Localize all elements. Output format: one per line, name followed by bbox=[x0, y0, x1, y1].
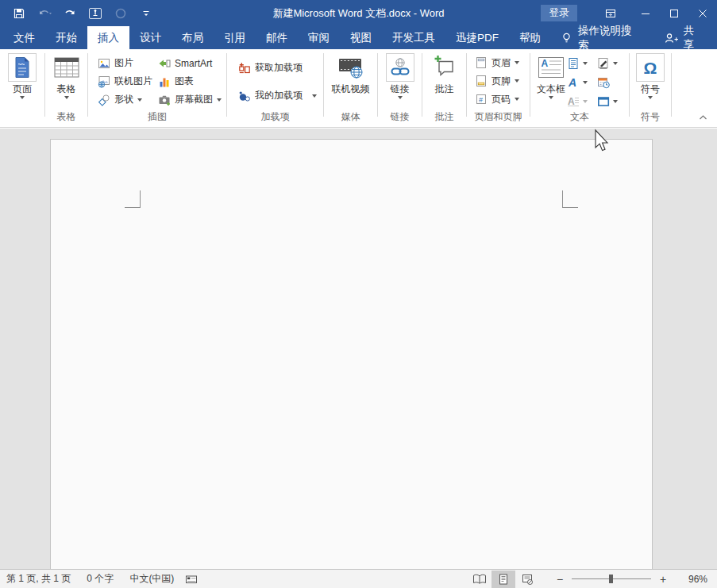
minimize-button[interactable] bbox=[631, 0, 660, 26]
group-label-illustrations: 插图 bbox=[88, 110, 226, 124]
my-addins-icon bbox=[238, 90, 251, 102]
svg-text:A: A bbox=[568, 76, 576, 89]
footer-button[interactable]: 页脚 bbox=[475, 72, 519, 90]
tab-insert[interactable]: 插入 bbox=[87, 26, 129, 49]
print-layout-button[interactable] bbox=[491, 571, 515, 588]
chevron-up-icon bbox=[699, 114, 707, 121]
macro-record-icon bbox=[185, 573, 198, 586]
dropdown-arrow-icon bbox=[613, 62, 618, 65]
tab-design[interactable]: 设计 bbox=[129, 26, 172, 49]
screenshot-button[interactable]: 屏幕截图 bbox=[158, 90, 222, 109]
group-links: 链接 链接 bbox=[378, 49, 422, 127]
header-label: 页眉 bbox=[491, 56, 511, 70]
tab-file[interactable]: 文件 bbox=[3, 26, 45, 49]
save-button[interactable] bbox=[11, 5, 27, 22]
footer-icon bbox=[475, 75, 488, 87]
table-button[interactable]: 表格 bbox=[45, 53, 87, 99]
shapes-button[interactable]: 形状 bbox=[98, 90, 152, 109]
my-addins-label: 我的加载项 bbox=[255, 89, 303, 102]
text-box-button[interactable]: A 文本框 bbox=[534, 53, 569, 99]
header-icon bbox=[475, 56, 488, 69]
dropdown-arrow-icon bbox=[64, 96, 69, 99]
comment-button[interactable]: 批注 bbox=[422, 53, 466, 94]
symbol-button[interactable]: Ω 符号 bbox=[630, 53, 671, 99]
zoom-slider-thumb[interactable] bbox=[609, 575, 613, 583]
tab-xunjie-pdf[interactable]: 迅捷PDF bbox=[445, 26, 509, 49]
maximize-button[interactable] bbox=[660, 0, 688, 26]
group-illustrations: 图片 联机图片 形状 SmartArt bbox=[88, 49, 227, 127]
redo-button[interactable] bbox=[62, 5, 78, 22]
dropdown-arrow-icon bbox=[137, 98, 142, 102]
zoom-out-button[interactable]: − bbox=[553, 573, 566, 586]
page-number-button[interactable]: # 页码 bbox=[475, 90, 519, 108]
dropdown-arrow-icon bbox=[583, 81, 588, 84]
tab-home[interactable]: 开始 bbox=[45, 26, 87, 49]
store-icon bbox=[238, 62, 251, 75]
online-video-button[interactable]: 联机视频 bbox=[324, 53, 377, 94]
smartart-button[interactable]: SmartArt bbox=[158, 54, 222, 72]
table-label: 表格 bbox=[57, 83, 76, 94]
dropdown-arrow-icon bbox=[20, 96, 25, 99]
chart-button[interactable]: 图表 bbox=[158, 72, 222, 90]
quick-parts-button[interactable] bbox=[567, 55, 588, 72]
my-addins-button[interactable]: 我的加载项 bbox=[238, 86, 317, 105]
online-video-icon bbox=[337, 53, 365, 82]
header-button[interactable]: 页眉 bbox=[475, 54, 519, 71]
web-layout-button[interactable] bbox=[515, 571, 539, 588]
dropdown-arrow-icon bbox=[515, 79, 519, 83]
customize-quick-access-icon bbox=[142, 10, 150, 17]
language-status[interactable]: 中文(中国) bbox=[129, 572, 174, 586]
object-button[interactable] bbox=[597, 93, 618, 110]
ribbon: 页面 表格 表格 图片 bbox=[0, 49, 717, 128]
collapse-ribbon-button[interactable] bbox=[696, 113, 709, 122]
drop-cap-button[interactable]: A bbox=[567, 93, 588, 110]
tab-developer[interactable]: 开发工具 bbox=[382, 26, 445, 49]
touch-mouse-mode-button[interactable] bbox=[87, 5, 103, 22]
wordart-button[interactable]: A bbox=[567, 74, 588, 91]
signature-line-button[interactable] bbox=[597, 55, 618, 72]
pictures-button[interactable]: 图片 bbox=[98, 54, 152, 72]
tab-layout[interactable]: 布局 bbox=[172, 26, 214, 49]
word-window: 新建Microsoft Word 文档.docx - Word 登录 文件 开始… bbox=[0, 0, 717, 588]
dropdown-arrow-icon bbox=[583, 100, 588, 103]
date-time-button[interactable] bbox=[597, 74, 618, 91]
read-mode-button[interactable] bbox=[468, 571, 491, 588]
dropdown-arrow-icon bbox=[613, 100, 618, 103]
tab-references[interactable]: 引用 bbox=[214, 26, 256, 49]
dropdown-arrow-icon bbox=[515, 98, 519, 101]
pages-icon bbox=[8, 53, 37, 82]
undo-button[interactable] bbox=[37, 5, 52, 22]
quick-parts-icon bbox=[567, 57, 580, 70]
close-button[interactable] bbox=[688, 0, 717, 26]
page-info[interactable]: 第 1 页, 共 1 页 bbox=[6, 572, 71, 586]
zoom-in-button[interactable]: + bbox=[657, 573, 669, 586]
group-label-links: 链接 bbox=[378, 110, 422, 124]
tab-help[interactable]: 帮助 bbox=[509, 26, 551, 49]
word-count[interactable]: 0 个字 bbox=[87, 572, 114, 586]
group-pages: 页面 bbox=[0, 49, 45, 127]
tell-me-search[interactable]: 操作说明搜索 bbox=[551, 26, 651, 49]
maximize-icon bbox=[669, 8, 680, 19]
group-label-comments: 批注 bbox=[422, 110, 466, 124]
sign-in-button[interactable]: 登录 bbox=[541, 5, 577, 21]
group-label-tables: 表格 bbox=[45, 110, 87, 124]
document-area bbox=[0, 129, 717, 569]
drop-cap-icon: A bbox=[567, 95, 580, 108]
share-button[interactable]: 共享 bbox=[651, 26, 717, 49]
online-pictures-button[interactable]: 联机图片 bbox=[98, 72, 152, 90]
zoom-slider[interactable] bbox=[572, 578, 651, 579]
share-person-icon bbox=[664, 32, 679, 44]
link-button[interactable]: 链接 bbox=[378, 53, 422, 99]
pages-button[interactable]: 页面 bbox=[0, 53, 44, 99]
get-addins-button[interactable]: 获取加载项 bbox=[238, 59, 317, 77]
tab-view[interactable]: 视图 bbox=[340, 26, 382, 49]
share-label: 共享 bbox=[684, 24, 704, 52]
tab-review[interactable]: 审阅 bbox=[298, 26, 340, 49]
ribbon-display-options-button[interactable] bbox=[596, 0, 625, 26]
customize-quick-access-button[interactable] bbox=[138, 5, 154, 22]
lightbulb-icon bbox=[561, 32, 572, 44]
macro-record-button[interactable] bbox=[185, 573, 198, 586]
chart-icon bbox=[158, 75, 171, 88]
tab-mailings[interactable]: 邮件 bbox=[256, 26, 298, 49]
zoom-level[interactable]: 96% bbox=[676, 574, 707, 585]
